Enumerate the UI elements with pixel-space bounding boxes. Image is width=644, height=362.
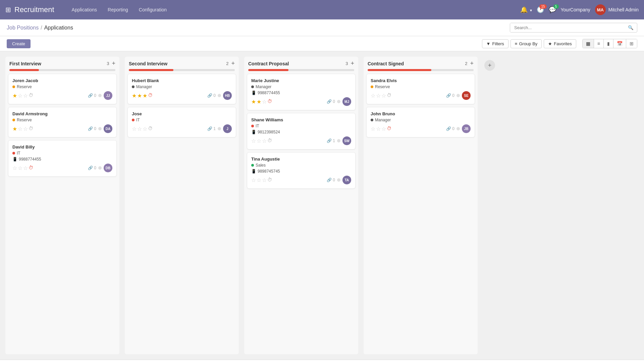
card-name-hubert-blank: Hubert Blank [132, 78, 232, 83]
star-2-david-billy[interactable]: ☆ [18, 165, 22, 171]
menu-configuration[interactable]: Configuration [135, 5, 171, 14]
card-john-bruno[interactable]: John BrunoManager☆☆☆⏱🔗0JB [366, 107, 475, 137]
star-2-david-armstrong[interactable]: ☆ [18, 126, 22, 132]
star-3-john-bruno[interactable]: ☆ [381, 126, 386, 132]
star-2-hubert-blank[interactable]: ★ [137, 93, 142, 99]
star-2-sandra-elvis[interactable]: ☆ [376, 93, 381, 99]
timer-icon-john-bruno: ⏱ [387, 126, 391, 132]
star-1-shane-williams[interactable]: ☆ [251, 138, 256, 144]
card-stars-shane-williams[interactable]: ☆☆☆⏱ [251, 138, 272, 144]
breadcrumb-parent[interactable]: Job Positions [7, 25, 39, 31]
pivot-view-button[interactable]: ⊞ [626, 39, 637, 48]
bell-icon: 🔔 [520, 6, 528, 13]
card-stars-david-armstrong[interactable]: ★☆☆⏱ [12, 126, 33, 132]
star-3-marie-justine[interactable]: ☆ [262, 99, 267, 105]
app-logo[interactable]: ⊞ Recruitment [5, 5, 54, 14]
tag-dot-jose [132, 119, 135, 121]
card-tag-david-armstrong: Reserve [12, 118, 112, 122]
card-stars-tina-augustie[interactable]: ☆☆☆⏱ [251, 177, 272, 183]
star-1-jose[interactable]: ☆ [132, 126, 137, 132]
star-2-marie-justine[interactable]: ★ [257, 99, 261, 105]
star-1-sandra-elvis[interactable]: ☆ [371, 93, 375, 99]
card-phone-david-billy: 📱9988774455 [12, 157, 112, 162]
progress-fill-first-interview [9, 69, 39, 71]
star-3-tina-augustie[interactable]: ☆ [262, 177, 267, 183]
card-tina-augustie[interactable]: Tina AugustieSales📱9898745745☆☆☆⏱🔗0TA [247, 152, 356, 189]
star-1-joren-jacob[interactable]: ★ [12, 93, 17, 99]
card-stars-marie-justine[interactable]: ★★☆⏱ [251, 99, 272, 105]
filters-button[interactable]: ▼ Filters [482, 39, 508, 48]
card-hubert-blank[interactable]: Hubert BlankManager★★★⏱🔗0HB [127, 74, 236, 104]
create-button[interactable]: Create [7, 39, 31, 48]
column-add-button-contract-signed[interactable]: + [470, 60, 474, 67]
card-stars-jose[interactable]: ☆☆☆⏱ [132, 126, 153, 132]
column-add-button-first-interview[interactable]: + [112, 60, 115, 67]
clip-count-marie-justine: 🔗0 [327, 99, 335, 104]
search-button[interactable]: 🔍 [625, 23, 637, 32]
notifications-button[interactable]: 🔔 ▾ [520, 6, 532, 13]
clock-button[interactable]: 🕐 15 [537, 6, 544, 13]
card-david-billy[interactable]: David BillyIT📱9988774455☆☆☆⏱🔗0DB [8, 140, 117, 177]
favorites-label: Favorites [554, 41, 572, 46]
card-name-jose: Jose [132, 111, 232, 116]
card-david-armstrong[interactable]: David ArmstrongReserve★☆☆⏱🔗0DA [8, 107, 117, 137]
star-3-sandra-elvis[interactable]: ☆ [381, 93, 386, 99]
star-1-tina-augustie[interactable]: ☆ [251, 177, 256, 183]
card-stars-hubert-blank[interactable]: ★★★⏱ [132, 93, 153, 99]
menu-reporting[interactable]: Reporting [104, 5, 132, 14]
star-2-tina-augustie[interactable]: ☆ [257, 177, 261, 183]
kanban-view-button[interactable]: ▦ [583, 39, 594, 48]
user-menu[interactable]: MA Mitchell Admin [595, 4, 639, 15]
star-2-joren-jacob[interactable]: ☆ [18, 93, 22, 99]
filters-label: Filters [492, 41, 504, 46]
card-stars-david-billy[interactable]: ☆☆☆⏱ [12, 165, 33, 171]
dot-indicator-joren-jacob [98, 94, 102, 97]
tag-label-joren-jacob: Reserve [17, 84, 32, 89]
card-meta-jose: 🔗1J [207, 124, 232, 133]
card-marie-justine[interactable]: Marie JustineManager📱9988774455★★☆⏱🔗0MJ [247, 74, 356, 110]
star-3-david-armstrong[interactable]: ☆ [23, 126, 28, 132]
card-jose[interactable]: JoseIT☆☆☆⏱🔗1J [127, 107, 236, 137]
star-3-hubert-blank[interactable]: ★ [143, 93, 147, 99]
messages-button[interactable]: 💬 5 [549, 6, 556, 13]
card-stars-sandra-elvis[interactable]: ☆☆☆⏱ [371, 93, 391, 99]
menu-applications[interactable]: Applications [68, 5, 101, 14]
card-name-john-bruno: John Bruno [371, 111, 471, 116]
card-stars-john-bruno[interactable]: ☆☆☆⏱ [371, 126, 391, 132]
card-footer-hubert-blank: ★★★⏱🔗0HB [132, 91, 232, 100]
card-joren-jacob[interactable]: Joren JacobReserve★☆☆⏱🔗0JJ [8, 74, 117, 104]
star-3-jose[interactable]: ☆ [143, 126, 147, 132]
add-column-button[interactable]: + [484, 60, 495, 71]
star-1-hubert-blank[interactable]: ★ [132, 93, 137, 99]
star-1-john-bruno[interactable]: ☆ [371, 126, 375, 132]
star-1-david-armstrong[interactable]: ★ [12, 126, 17, 132]
bar-view-button[interactable]: ▮ [604, 39, 613, 48]
card-shane-williams[interactable]: Shane WilliamsIT📱9812398524☆☆☆⏱🔗1SW [247, 113, 356, 149]
favorites-button[interactable]: ★ Favorites [544, 39, 576, 48]
card-sandra-elvis[interactable]: Sandra ElvisReserve☆☆☆⏱🔗0SE [366, 74, 475, 104]
dot-indicator-tina-augustie [337, 178, 340, 182]
star-3-david-billy[interactable]: ☆ [23, 165, 28, 171]
star-2-shane-williams[interactable]: ☆ [257, 138, 261, 144]
card-avatar-hubert-blank: HB [223, 91, 232, 100]
search-input[interactable] [510, 23, 625, 32]
tag-dot-john-bruno [371, 119, 373, 121]
column-add-button-contract-proposal[interactable]: + [351, 60, 354, 67]
scroll-left-button[interactable]: ‹ [3, 360, 8, 362]
progress-fill-contract-proposal [248, 69, 288, 71]
star-2-john-bruno[interactable]: ☆ [376, 126, 381, 132]
card-tag-shane-williams: IT [251, 124, 351, 128]
star-1-david-billy[interactable]: ☆ [12, 165, 17, 171]
star-1-marie-justine[interactable]: ★ [251, 99, 256, 105]
star-3-joren-jacob[interactable]: ☆ [23, 93, 28, 99]
column-cards-second-interview: Hubert BlankManager★★★⏱🔗0HBJoseIT☆☆☆⏱🔗1J [125, 74, 239, 140]
list-view-button[interactable]: ≡ [594, 39, 604, 48]
scroll-right-button[interactable]: › [636, 360, 641, 362]
star-3-shane-williams[interactable]: ☆ [262, 138, 267, 144]
groupby-button[interactable]: ≡ Group By [511, 39, 542, 48]
card-stars-joren-jacob[interactable]: ★☆☆⏱ [12, 93, 33, 99]
star-2-jose[interactable]: ☆ [137, 126, 142, 132]
phone-icon: 📱 [12, 157, 17, 162]
calendar-view-button[interactable]: 📅 [613, 39, 626, 48]
column-add-button-second-interview[interactable]: + [231, 60, 235, 67]
